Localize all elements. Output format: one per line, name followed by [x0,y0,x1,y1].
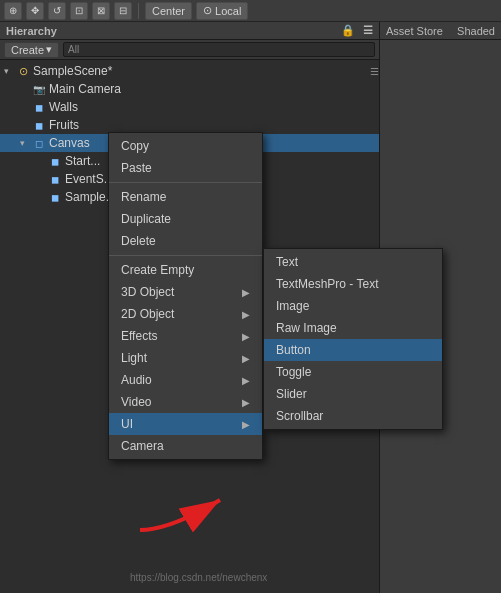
scene-root-item[interactable]: ▾ ⊙ SampleScene* ☰ [0,62,379,80]
fruits-icon: ◼ [32,118,46,132]
submenu-item-raw-image[interactable]: Raw Image [264,317,442,339]
panel-menu-icon[interactable]: ☰ [363,24,373,37]
hierarchy-title: Hierarchy [6,25,333,37]
separator-ctx-2 [109,255,262,256]
submenu-item-toggle[interactable]: Toggle [264,361,442,383]
separator-1 [138,3,139,19]
toolbar-icon-5[interactable]: ⊟ [114,2,132,20]
item-label: EventS... [65,172,114,186]
menu-item-create-empty[interactable]: Create Empty [109,259,262,281]
tree-item-walls[interactable]: ◼ Walls [0,98,379,116]
separator-ctx-1 [109,182,262,183]
submenu-item-text[interactable]: Text [264,251,442,273]
panel-header: Hierarchy 🔒 ☰ [0,22,379,40]
submenu-item-slider[interactable]: Slider [264,383,442,405]
right-panel-header: Asset Store Shaded [380,22,501,40]
shaded-label: Shaded [457,25,495,37]
canvas-arrow-icon: ▾ [20,138,32,148]
start-icon: ◼ [48,154,62,168]
submenu-item-image[interactable]: Image [264,295,442,317]
panel-lock-icon: 🔒 [341,24,355,37]
submenu-item-textmeshpro[interactable]: TextMeshPro - Text [264,273,442,295]
menu-item-delete[interactable]: Delete [109,230,262,252]
tree-item-main-camera[interactable]: 📷 Main Camera [0,80,379,98]
hierarchy-panel: Hierarchy 🔒 ☰ Create ▾ All ▾ ⊙ SampleSce… [0,22,380,593]
canvas-icon: ◻ [32,136,46,150]
submenu-arrow-video: ▶ [242,397,250,408]
menu-item-2d-object[interactable]: 2D Object ▶ [109,303,262,325]
menu-item-3d-object[interactable]: 3D Object ▶ [109,281,262,303]
ui-submenu: Text TextMeshPro - Text Image Raw Image … [263,248,443,430]
item-label: Fruits [49,118,79,132]
local-label: Local [215,5,241,17]
submenu-item-scrollbar[interactable]: Scrollbar [264,405,442,427]
camera-icon: 📷 [32,82,46,96]
menu-item-paste[interactable]: Paste [109,157,262,179]
item-label: Main Camera [49,82,121,96]
menu-item-effects[interactable]: Effects ▶ [109,325,262,347]
submenu-arrow-light: ▶ [242,353,250,364]
menu-item-duplicate[interactable]: Duplicate [109,208,262,230]
menu-item-rename[interactable]: Rename [109,186,262,208]
scene-name: SampleScene* [33,64,112,78]
menu-item-video[interactable]: Video ▶ [109,391,262,413]
asset-store-tab[interactable]: Asset Store [386,25,443,37]
eventsystem-icon: ◼ [48,172,62,186]
local-icon: ⊙ [203,4,212,17]
center-label: Center [152,5,185,17]
menu-item-copy[interactable]: Copy [109,135,262,157]
panel-toolbar: Create ▾ All [0,40,379,60]
center-button[interactable]: Center [145,2,192,20]
item-label: Start... [65,154,100,168]
item-label: Walls [49,100,78,114]
scene-arrow-icon: ▾ [4,66,16,76]
menu-item-audio[interactable]: Audio ▶ [109,369,262,391]
submenu-arrow-3d: ▶ [242,287,250,298]
local-button[interactable]: ⊙ Local [196,2,248,20]
search-placeholder: All [68,44,79,55]
create-label: Create [11,44,44,56]
submenu-arrow-ui: ▶ [242,419,250,430]
scene-icon: ⊙ [16,64,30,78]
scene-menu-icon[interactable]: ☰ [370,66,379,77]
item-label: Canvas [49,136,90,150]
toolbar-icon-4[interactable]: ⊠ [92,2,110,20]
submenu-arrow-effects: ▶ [242,331,250,342]
main-layout: Hierarchy 🔒 ☰ Create ▾ All ▾ ⊙ SampleSce… [0,22,501,593]
toolbar-icon-2[interactable]: ↺ [48,2,66,20]
toolbar-icon-3[interactable]: ⊡ [70,2,88,20]
sample-icon: ◼ [48,190,62,204]
toolbar: ⊕ ✥ ↺ ⊡ ⊠ ⊟ Center ⊙ Local [0,0,501,22]
menu-item-camera[interactable]: Camera [109,435,262,457]
context-menu: Copy Paste Rename Duplicate Delete Creat… [108,132,263,460]
submenu-item-button[interactable]: Button [264,339,442,361]
create-button[interactable]: Create ▾ [4,42,59,58]
create-arrow-icon: ▾ [46,43,52,56]
submenu-arrow-audio: ▶ [242,375,250,386]
menu-item-ui[interactable]: UI ▶ [109,413,262,435]
toolbar-icon-1[interactable]: ✥ [26,2,44,20]
submenu-arrow-2d: ▶ [242,309,250,320]
toolbar-icon-0[interactable]: ⊕ [4,2,22,20]
search-box[interactable]: All [63,42,375,57]
menu-item-light[interactable]: Light ▶ [109,347,262,369]
walls-icon: ◼ [32,100,46,114]
